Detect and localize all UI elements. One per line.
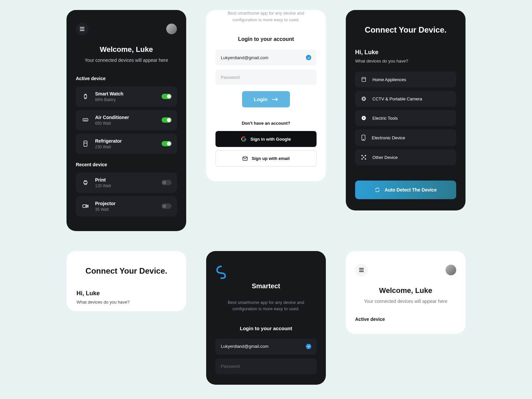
connect-device-card-dark: Connect Your Device. Hi, Luke What devic… — [346, 10, 466, 210]
app-tagline: Best smarthome app for any device and co… — [215, 10, 317, 23]
no-account-text: Don't have an account? — [215, 121, 317, 126]
device-toggle[interactable] — [162, 94, 172, 99]
phone-icon — [361, 135, 366, 141]
login-heading: Login to your account — [215, 36, 317, 42]
welcome-subtitle: Your connected devices will appear here — [76, 57, 177, 64]
device-toggle[interactable] — [162, 203, 172, 209]
recent-device-label: Recent device — [76, 162, 177, 167]
bolt-icon — [361, 115, 366, 121]
category-home-appliances[interactable]: Home Appliences — [355, 71, 456, 87]
printer-icon — [81, 180, 90, 186]
device-toggle[interactable] — [162, 117, 172, 123]
email-input-wrap[interactable] — [215, 50, 317, 66]
svg-rect-1 — [83, 119, 88, 121]
camera-icon — [361, 96, 366, 101]
svg-point-16 — [363, 157, 364, 158]
brand-name: Smartect — [215, 282, 317, 290]
category-electric-tools[interactable]: Electric Tools — [355, 110, 456, 126]
connect-title: Connect Your Device. — [355, 25, 456, 35]
menu-button[interactable] — [76, 23, 88, 35]
svg-point-15 — [365, 158, 366, 160]
category-label: Electronic Device — [372, 135, 405, 140]
svg-point-11 — [363, 139, 364, 140]
svg-point-13 — [365, 155, 366, 156]
auto-detect-button[interactable]: Auto Detect The Device — [355, 181, 456, 199]
device-sub: 230 Watt — [95, 145, 156, 149]
fridge-icon — [81, 141, 90, 147]
welcome-heading: Welcome, Luke — [76, 45, 177, 54]
welcome-subtitle: Your connected devices will appear here — [355, 298, 456, 305]
svg-rect-0 — [84, 95, 87, 98]
hamburger-icon — [80, 27, 84, 31]
device-toggle[interactable] — [162, 141, 172, 146]
device-sub: 650 Watt — [95, 121, 156, 126]
device-row-print[interactable]: Print 120 Watt — [76, 173, 177, 193]
google-signin-button[interactable]: Sign in with Google — [215, 131, 317, 147]
projector-icon — [81, 204, 90, 208]
svg-point-5 — [85, 205, 86, 206]
login-button[interactable]: Login — [242, 91, 290, 107]
brand-logo-icon — [215, 266, 227, 279]
category-other[interactable]: Other Device — [355, 149, 456, 165]
email-input-wrap[interactable] — [215, 338, 317, 354]
check-icon — [306, 344, 311, 349]
svg-rect-3 — [84, 182, 87, 184]
welcome-heading: Welcome, Luke — [355, 286, 456, 295]
category-label: Home Appliences — [372, 77, 406, 82]
login-card-light: Best smarthome app for any device and co… — [206, 10, 326, 181]
device-name: Print — [95, 177, 156, 183]
device-toggle[interactable] — [162, 180, 172, 185]
device-sub: 35 Watt — [95, 207, 156, 212]
avatar[interactable] — [446, 265, 456, 275]
watch-icon — [81, 93, 90, 99]
device-row-fridge[interactable]: Refrigerator 230 Watt — [76, 134, 177, 154]
appliance-icon — [361, 77, 366, 82]
hi-greeting: Hi, Luke — [76, 290, 176, 297]
email-signup-button[interactable]: Sign up with email — [215, 150, 317, 167]
svg-point-14 — [361, 158, 363, 160]
connect-device-card-light: Connect Your Device. Hi, Luke What devic… — [66, 251, 186, 311]
device-row-smart-watch[interactable]: Smart Watch 66% Batery — [76, 86, 177, 107]
device-sub: 120 Watt — [95, 184, 156, 188]
device-row-projector[interactable]: Projector 35 Watt — [76, 196, 177, 216]
svg-point-12 — [361, 155, 363, 156]
email-field[interactable] — [221, 55, 306, 60]
welcome-card-light: Welcome, Luke Your connected devices wil… — [346, 251, 466, 334]
grid-icon — [361, 155, 366, 160]
device-row-ac[interactable]: Air Conditioner 650 Watt — [76, 110, 177, 130]
password-field[interactable] — [221, 364, 311, 369]
refresh-icon — [375, 187, 380, 193]
active-device-label: Active device — [355, 317, 456, 322]
category-cctv[interactable]: CCTV & Portable Camera — [355, 91, 456, 107]
category-label: CCTV & Portable Camera — [372, 96, 422, 101]
category-electronic-device[interactable]: Electronic Device — [355, 129, 456, 146]
device-question: What devices do you have? — [355, 59, 456, 64]
device-sub: 66% Batery — [95, 97, 156, 102]
menu-button[interactable] — [355, 264, 368, 276]
connect-title: Connect Your Device. — [76, 266, 176, 276]
category-label: Other Device — [372, 155, 398, 160]
device-name: Smart Watch — [95, 91, 156, 96]
svg-rect-7 — [362, 77, 365, 82]
auto-detect-label: Auto Detect The Device — [385, 187, 437, 193]
login-button-label: Login — [254, 96, 268, 102]
google-icon — [241, 136, 246, 142]
avatar[interactable] — [166, 24, 177, 34]
device-question: What devices do you have? — [76, 300, 176, 305]
mail-icon — [242, 157, 248, 161]
app-tagline: Best smarthome app for any device and co… — [215, 299, 317, 312]
welcome-card-dark: Welcome, Luke Your connected devices wil… — [66, 10, 186, 231]
google-btn-label: Sign in with Google — [250, 137, 291, 142]
password-input-wrap[interactable] — [215, 358, 317, 374]
password-field[interactable] — [221, 75, 311, 80]
device-name: Air Conditioner — [95, 115, 156, 120]
login-card-dark: Smartect Best smarthome app for any devi… — [206, 251, 326, 385]
device-name: Projector — [95, 201, 156, 206]
check-icon — [306, 55, 311, 60]
email-field[interactable] — [221, 344, 306, 349]
arrow-right-icon — [272, 97, 278, 101]
password-input-wrap[interactable] — [215, 69, 317, 85]
device-name: Refrigerator — [95, 138, 156, 144]
active-device-label: Active device — [76, 76, 177, 81]
svg-rect-2 — [84, 141, 87, 146]
